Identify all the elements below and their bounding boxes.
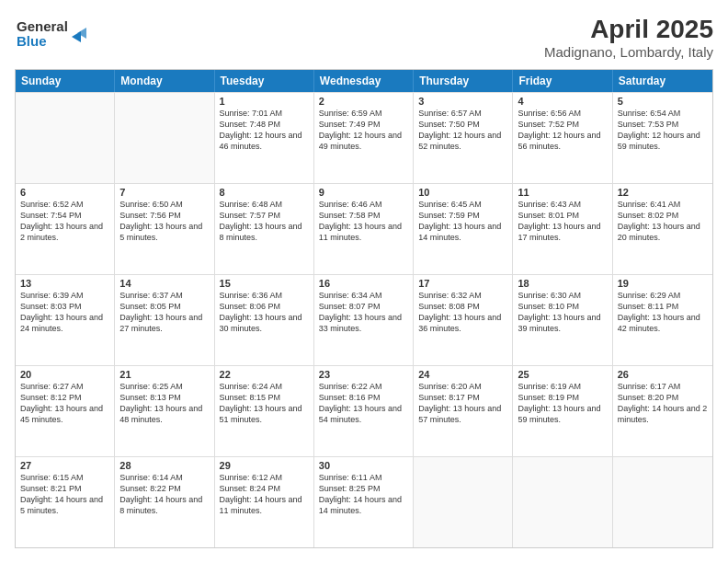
calendar-cell: 22Sunrise: 6:24 AMSunset: 8:15 PMDayligh… [215,366,314,456]
cell-info: Sunrise: 6:30 AMSunset: 8:10 PMDaylight:… [518,290,607,335]
cell-info: Sunrise: 6:19 AMSunset: 8:19 PMDaylight:… [518,381,607,426]
header-day-wednesday: Wednesday [314,70,414,92]
day-number: 9 [319,187,408,198]
day-number: 4 [518,96,607,107]
cell-info: Sunrise: 6:39 AMSunset: 8:03 PMDaylight:… [20,290,109,335]
day-number: 26 [618,369,708,380]
calendar-row-2: 13Sunrise: 6:39 AMSunset: 8:03 PMDayligh… [16,274,712,365]
cell-info: Sunrise: 6:11 AMSunset: 8:25 PMDaylight:… [319,472,408,517]
svg-text:General: General [17,18,68,34]
day-number: 21 [119,369,209,380]
cell-info: Sunrise: 6:17 AMSunset: 8:20 PMDaylight:… [618,381,708,426]
calendar-cell: 13Sunrise: 6:39 AMSunset: 8:03 PMDayligh… [16,275,115,365]
cell-info: Sunrise: 6:25 AMSunset: 8:13 PMDaylight:… [119,381,209,426]
cell-info: Sunrise: 6:14 AMSunset: 8:22 PMDaylight:… [119,472,209,517]
day-number: 6 [20,187,109,198]
day-number: 18 [518,278,607,289]
calendar-cell: 1Sunrise: 7:01 AMSunset: 7:48 PMDaylight… [215,93,314,183]
cell-info: Sunrise: 6:34 AMSunset: 8:07 PMDaylight:… [319,290,408,335]
day-number: 8 [220,187,309,198]
header-day-tuesday: Tuesday [215,70,314,92]
calendar-cell: 28Sunrise: 6:14 AMSunset: 8:22 PMDayligh… [115,457,214,547]
day-number: 10 [418,187,507,198]
calendar-cell: 8Sunrise: 6:48 AMSunset: 7:57 PMDaylight… [215,184,314,274]
calendar-cell: 2Sunrise: 6:59 AMSunset: 7:49 PMDaylight… [314,93,414,183]
calendar-cell: 3Sunrise: 6:57 AMSunset: 7:50 PMDaylight… [414,93,513,183]
calendar-row-1: 6Sunrise: 6:52 AMSunset: 7:54 PMDaylight… [16,183,712,274]
calendar-cell [16,93,115,183]
day-number: 25 [518,369,607,380]
header-day-thursday: Thursday [414,70,513,92]
cell-info: Sunrise: 6:41 AMSunset: 8:02 PMDaylight:… [618,199,708,244]
calendar-cell: 10Sunrise: 6:45 AMSunset: 7:59 PMDayligh… [414,184,513,274]
day-number: 29 [220,460,309,471]
calendar-cell: 29Sunrise: 6:12 AMSunset: 8:24 PMDayligh… [215,457,314,547]
day-number: 22 [220,369,309,380]
calendar-row-3: 20Sunrise: 6:27 AMSunset: 8:12 PMDayligh… [16,365,712,456]
day-number: 16 [319,278,408,289]
calendar-cell: 21Sunrise: 6:25 AMSunset: 8:13 PMDayligh… [115,366,214,456]
cell-info: Sunrise: 6:43 AMSunset: 8:01 PMDaylight:… [518,199,607,244]
day-number: 24 [418,369,507,380]
day-number: 19 [618,278,708,289]
header-day-monday: Monday [115,70,214,92]
svg-text:Blue: Blue [17,33,47,49]
calendar-cell: 9Sunrise: 6:46 AMSunset: 7:58 PMDaylight… [314,184,414,274]
cell-info: Sunrise: 6:54 AMSunset: 7:53 PMDaylight:… [618,108,708,153]
cell-info: Sunrise: 6:29 AMSunset: 8:11 PMDaylight:… [618,290,708,335]
calendar-cell: 26Sunrise: 6:17 AMSunset: 8:20 PMDayligh… [613,366,712,456]
cell-info: Sunrise: 6:36 AMSunset: 8:06 PMDaylight:… [220,290,309,335]
calendar-cell [115,93,214,183]
cell-info: Sunrise: 6:48 AMSunset: 7:57 PMDaylight:… [220,199,309,244]
cell-info: Sunrise: 6:57 AMSunset: 7:50 PMDaylight:… [418,108,507,153]
title-block: April 2025 Madignano, Lombardy, Italy [544,15,713,60]
day-number: 2 [319,96,408,107]
calendar: SundayMondayTuesdayWednesdayThursdayFrid… [15,69,713,548]
calendar-cell: 25Sunrise: 6:19 AMSunset: 8:19 PMDayligh… [513,366,612,456]
day-number: 28 [119,460,209,471]
calendar-cell: 7Sunrise: 6:50 AMSunset: 7:56 PMDaylight… [115,184,214,274]
calendar-cell: 6Sunrise: 6:52 AMSunset: 7:54 PMDaylight… [16,184,115,274]
day-number: 20 [20,369,109,380]
cell-info: Sunrise: 6:56 AMSunset: 7:52 PMDaylight:… [518,108,607,153]
cell-info: Sunrise: 6:27 AMSunset: 8:12 PMDaylight:… [20,381,109,426]
month-title: April 2025 [544,15,713,44]
day-number: 11 [518,187,607,198]
cell-info: Sunrise: 6:20 AMSunset: 8:17 PMDaylight:… [418,381,507,426]
calendar-cell [414,457,513,547]
calendar-cell: 24Sunrise: 6:20 AMSunset: 8:17 PMDayligh… [414,366,513,456]
calendar-row-0: 1Sunrise: 7:01 AMSunset: 7:48 PMDaylight… [16,92,712,183]
calendar-cell: 4Sunrise: 6:56 AMSunset: 7:52 PMDaylight… [513,93,612,183]
calendar-row-4: 27Sunrise: 6:15 AMSunset: 8:21 PMDayligh… [16,456,712,547]
day-number: 13 [20,278,109,289]
cell-info: Sunrise: 6:37 AMSunset: 8:05 PMDaylight:… [119,290,209,335]
logo-svg: General Blue [15,15,97,52]
page: General Blue April 2025 Madignano, Lomba… [0,0,728,563]
cell-info: Sunrise: 6:46 AMSunset: 7:58 PMDaylight:… [319,199,408,244]
header-day-saturday: Saturday [613,70,712,92]
day-number: 27 [20,460,109,471]
calendar-cell: 20Sunrise: 6:27 AMSunset: 8:12 PMDayligh… [16,366,115,456]
cell-info: Sunrise: 6:12 AMSunset: 8:24 PMDaylight:… [220,472,309,517]
calendar-cell: 27Sunrise: 6:15 AMSunset: 8:21 PMDayligh… [16,457,115,547]
calendar-cell: 17Sunrise: 6:32 AMSunset: 8:08 PMDayligh… [414,275,513,365]
calendar-cell [613,457,712,547]
cell-info: Sunrise: 6:52 AMSunset: 7:54 PMDaylight:… [20,199,109,244]
calendar-cell: 18Sunrise: 6:30 AMSunset: 8:10 PMDayligh… [513,275,612,365]
logo: General Blue [15,15,97,55]
location-title: Madignano, Lombardy, Italy [544,44,713,60]
calendar-cell: 12Sunrise: 6:41 AMSunset: 8:02 PMDayligh… [613,184,712,274]
calendar-header: SundayMondayTuesdayWednesdayThursdayFrid… [16,70,712,92]
day-number: 12 [618,187,708,198]
header-day-friday: Friday [513,70,612,92]
cell-info: Sunrise: 6:24 AMSunset: 8:15 PMDaylight:… [220,381,309,426]
header: General Blue April 2025 Madignano, Lomba… [15,15,713,60]
day-number: 7 [119,187,209,198]
calendar-cell: 15Sunrise: 6:36 AMSunset: 8:06 PMDayligh… [215,275,314,365]
cell-info: Sunrise: 7:01 AMSunset: 7:48 PMDaylight:… [220,108,309,153]
cell-info: Sunrise: 6:22 AMSunset: 8:16 PMDaylight:… [319,381,408,426]
day-number: 3 [418,96,507,107]
day-number: 14 [119,278,209,289]
calendar-body: 1Sunrise: 7:01 AMSunset: 7:48 PMDaylight… [16,92,712,547]
calendar-cell: 14Sunrise: 6:37 AMSunset: 8:05 PMDayligh… [115,275,214,365]
